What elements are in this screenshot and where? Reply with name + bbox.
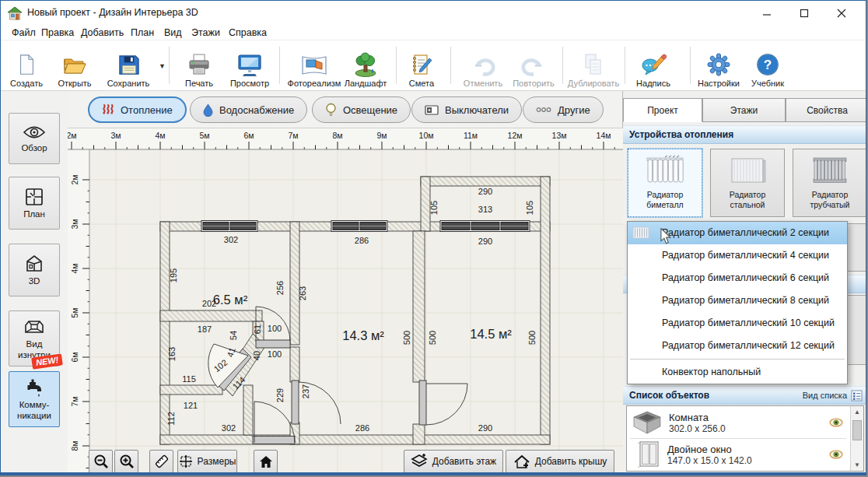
- toolbar-separator: [562, 47, 563, 84]
- sidebar-item-plan[interactable]: План: [9, 177, 60, 230]
- tab-lighting[interactable]: Освещение: [312, 96, 411, 123]
- sidebar-item-overview[interactable]: Обзор: [9, 113, 60, 164]
- landscape-button[interactable]: Ландшафт: [340, 43, 391, 88]
- close-button[interactable]: [828, 4, 855, 23]
- add-roof-icon: [513, 454, 530, 469]
- device-radiator-bimetal[interactable]: Радиатор биметалл: [628, 149, 702, 217]
- objects-scrollbar[interactable]: ▲ ▼: [850, 406, 863, 471]
- photorealism-button[interactable]: Фотореализм: [284, 43, 345, 88]
- duplicate-label: Дублировать: [568, 79, 619, 88]
- menu-plan[interactable]: План: [128, 26, 157, 39]
- zoom-out-button[interactable]: [89, 450, 113, 473]
- zoom-in-button[interactable]: [114, 450, 138, 473]
- dropdown-divider: [630, 359, 845, 360]
- add-floor-button[interactable]: Добавить этаж: [404, 450, 503, 473]
- double-window-object-icon: [636, 440, 661, 468]
- panel-tab-project[interactable]: Проект: [623, 98, 702, 122]
- settings-button[interactable]: Настройки: [695, 43, 743, 88]
- svg-text:12м: 12м: [508, 131, 523, 140]
- tab-other[interactable]: Другие: [523, 96, 604, 123]
- maximize-button[interactable]: [791, 4, 817, 23]
- menu-floors[interactable]: Этажи: [188, 26, 223, 39]
- sidebar-item-3d[interactable]: 3D: [9, 244, 60, 296]
- estimate-button[interactable]: Смета: [402, 43, 441, 88]
- home-view-button[interactable]: [254, 450, 278, 473]
- horizontal-ruler: [68, 128, 623, 149]
- menu-help[interactable]: Справка: [226, 26, 270, 39]
- save-dropdown-arrow[interactable]: ▼: [159, 62, 166, 70]
- heating-icon: [102, 103, 114, 116]
- dimension-label: 229: [275, 388, 285, 402]
- open-button[interactable]: Открыть: [52, 43, 97, 88]
- svg-text:4м: 4м: [155, 131, 165, 140]
- tab-water-supply[interactable]: Водоснабжение: [190, 96, 307, 123]
- radiator-bimetal-image: [642, 153, 688, 188]
- dimension-label: 195: [169, 268, 178, 282]
- sidebar-item-communications[interactable]: Комму- никации: [9, 371, 60, 427]
- tab-switches[interactable]: Выключатели: [411, 96, 522, 123]
- scroll-up-icon[interactable]: ▲: [851, 409, 863, 416]
- floor-plan-icon: [24, 187, 44, 207]
- object-row-room[interactable]: Комната 302.0 x 256.0: [628, 408, 846, 437]
- menu-file[interactable]: Файл: [9, 26, 39, 39]
- panel-tab-properties[interactable]: Свойства: [786, 98, 866, 122]
- dimension-label: 500: [428, 331, 437, 345]
- print-button[interactable]: Печать: [178, 43, 220, 88]
- speech-bubble-pencil-icon: [640, 47, 667, 77]
- window-title: Новый проект - Дизайн Интерьера 3D: [27, 7, 198, 18]
- measure-ruler-button[interactable]: [149, 450, 173, 473]
- floorplan-canvas[interactable]: 2м3м4м5м6м7м8м9м10м11м12м13м14м 2м3м4м5м…: [68, 128, 623, 475]
- dimension-label: 112: [166, 412, 176, 426]
- svg-text:14м: 14м: [597, 131, 611, 140]
- list-view-mode[interactable]: Вид списка: [803, 390, 863, 402]
- label-button[interactable]: Надпись: [631, 43, 676, 88]
- app-icon: [7, 5, 23, 21]
- minimize-button[interactable]: [754, 4, 780, 23]
- tab-other-label: Другие: [558, 104, 590, 116]
- toolbar-separator: [450, 47, 451, 84]
- dropdown-item[interactable]: Радиатор биметаллический 10 секций: [628, 312, 847, 335]
- eye-icon: [23, 124, 46, 141]
- heating-devices-header: Устройства отопления: [623, 125, 866, 144]
- object-row-double-window[interactable]: Двойное окно 147.0 x 15.0 x 142.0: [628, 440, 846, 469]
- menu-view[interactable]: Вид: [161, 26, 185, 39]
- undo-label: Отменить: [464, 79, 502, 88]
- open-folder-icon: [62, 47, 87, 77]
- dropdown-item[interactable]: Радиатор биметаллический 12 секций: [628, 335, 847, 357]
- zoom-out-icon: [93, 454, 109, 469]
- dimensions-button[interactable]: Размеры: [177, 450, 237, 473]
- duplicate-icon: [582, 47, 605, 77]
- dimension-label: 105: [525, 201, 534, 215]
- scroll-down-icon[interactable]: ▼: [851, 461, 863, 468]
- svg-text:6м: 6м: [243, 131, 254, 140]
- toolbar-separator: [279, 47, 280, 84]
- dropdown-item[interactable]: Радиатор биметаллический 6 секций: [628, 267, 847, 289]
- visibility-eye-icon[interactable]: [829, 418, 843, 427]
- scrollbar-thumb[interactable]: [852, 420, 862, 440]
- faucet-icon: [23, 377, 46, 398]
- menu-add[interactable]: Добавить: [78, 26, 127, 39]
- tutorial-button[interactable]: ? Учебник: [746, 43, 789, 88]
- svg-text:8м: 8м: [70, 440, 79, 451]
- app-window: Новый проект - Дизайн Интерьера 3D Файл …: [0, 0, 866, 475]
- dropdown-item[interactable]: Конвектор напольный: [628, 361, 847, 384]
- device-radiator-steel-label: Радиатор стальной: [711, 190, 784, 210]
- panel-tab-floors[interactable]: Этажи: [702, 98, 786, 122]
- sidebar-label-communications: Комму- никации: [17, 400, 51, 420]
- device-radiator-steel[interactable]: Радиатор стальной: [710, 149, 785, 217]
- dropdown-item[interactable]: Радиатор биметаллический 4 секции: [628, 244, 847, 267]
- panel-tab-floors-label: Этажи: [730, 105, 758, 116]
- new-project-button[interactable]: Создать: [6, 43, 47, 88]
- objects-list-title: Список объектов: [629, 390, 709, 401]
- preview-button[interactable]: Просмотр: [225, 43, 275, 88]
- house-3d-icon: [23, 254, 45, 274]
- svg-text:2м: 2м: [68, 131, 77, 140]
- device-radiator-tubular[interactable]: Радиатор трубчатый: [793, 149, 866, 217]
- maximize-icon: [800, 9, 809, 18]
- menu-edit[interactable]: Правка: [38, 26, 77, 39]
- tab-heating[interactable]: Отопление: [88, 96, 187, 123]
- dropdown-item[interactable]: Радиатор биметаллический 8 секций: [628, 289, 847, 312]
- save-button[interactable]: Сохранить: [102, 43, 155, 88]
- visibility-eye-icon[interactable]: [829, 450, 843, 459]
- add-roof-button[interactable]: Добавить крышу: [506, 450, 614, 473]
